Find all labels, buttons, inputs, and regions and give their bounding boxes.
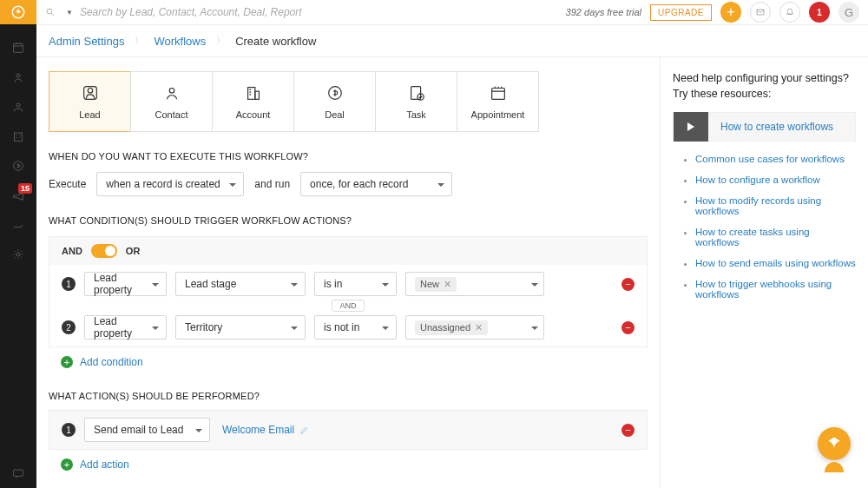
nav-accounts[interactable] <box>0 122 36 151</box>
record-deal[interactable]: Deal <box>293 71 376 132</box>
notification-count[interactable]: 1 <box>809 2 830 23</box>
lead-icon <box>81 83 100 102</box>
help-link[interactable]: How to trigger webhooks using workflows <box>695 279 856 300</box>
mail-icon[interactable] <box>750 2 771 23</box>
add-condition[interactable]: + Add condition <box>49 347 648 377</box>
help-link[interactable]: Common use cases for workflows <box>695 154 856 164</box>
crumb-workflows[interactable]: Workflows <box>154 35 206 48</box>
contact-icon <box>162 83 181 102</box>
help-video-link[interactable]: How to create workflows <box>673 112 856 142</box>
add-action[interactable]: + Add action <box>49 450 648 479</box>
help-link[interactable]: How to modify records using workflows <box>695 195 856 216</box>
nav-settings[interactable] <box>0 240 36 269</box>
condition-row-1: 1 Lead property Lead stage is in New✕ − <box>49 265 647 303</box>
chatbot-button[interactable] <box>818 427 851 472</box>
record-account[interactable]: Account <box>212 71 294 132</box>
avatar[interactable]: G <box>838 2 859 23</box>
svg-point-8 <box>47 9 52 14</box>
cond2-operator-dropdown[interactable]: is not in <box>314 315 397 340</box>
remove-tag-icon[interactable]: ✕ <box>475 322 483 333</box>
breadcrumb: Admin Settings 〉 Workflows 〉 Create work… <box>36 24 868 57</box>
cond1-value-dropdown[interactable]: New✕ <box>405 272 544 296</box>
chevron-right-icon: 〉 <box>216 35 225 47</box>
record-deal-label: Deal <box>325 109 345 120</box>
condition-row-2: 2 Lead property Territory is not in Unas… <box>49 308 647 346</box>
brand-logo[interactable] <box>0 0 36 24</box>
actions-container: 1 Send email to Lead Welcome Email − <box>49 410 648 450</box>
cond1-type-dropdown[interactable]: Lead property <box>84 272 167 296</box>
remove-condition-1[interactable]: − <box>621 278 635 291</box>
record-account-label: Account <box>236 109 271 120</box>
help-link[interactable]: How to create tasks using workflows <box>695 227 856 247</box>
action-number: 1 <box>62 423 76 437</box>
and-label: AND <box>62 246 82 256</box>
account-icon <box>244 83 263 102</box>
nav-deals[interactable] <box>0 151 36 181</box>
cond2-type-dropdown[interactable]: Lead property <box>84 315 167 340</box>
record-contact-label: Contact <box>155 109 188 120</box>
nav-contacts[interactable] <box>0 92 36 122</box>
record-lead[interactable]: Lead <box>49 71 131 132</box>
nav-badge: 15 <box>18 183 32 194</box>
remove-condition-2[interactable]: − <box>621 321 635 334</box>
record-appointment[interactable]: Appointment <box>457 71 539 132</box>
global-search[interactable]: ▼ Search by Lead, Contact, Account, Deal… <box>45 6 302 18</box>
chevron-right-icon: 〉 <box>135 35 143 47</box>
record-type-selector: Lead Contact Account Deal Task Appointme… <box>49 71 648 132</box>
execute-frequency-dropdown[interactable]: once, for each record <box>300 172 452 196</box>
section-actions-heading: WHAT ACTION(S) SHOULD BE PERFORMED? <box>49 391 648 401</box>
record-task[interactable]: Task <box>375 71 457 132</box>
main-content: Lead Contact Account Deal Task Appointme… <box>36 57 660 488</box>
nav-calendar[interactable] <box>0 33 36 63</box>
svg-rect-1 <box>14 43 23 52</box>
play-icon <box>674 112 708 142</box>
bell-icon[interactable] <box>779 2 800 23</box>
add-action-label: Add action <box>80 458 129 471</box>
deal-icon <box>326 83 345 102</box>
svg-point-10 <box>88 89 93 94</box>
or-label: OR <box>126 246 141 256</box>
cond1-field-dropdown[interactable]: Lead stage <box>175 272 306 296</box>
nav-user[interactable] <box>0 63 36 92</box>
help-link[interactable]: How to configure a workflow <box>695 175 856 185</box>
remove-action-1[interactable]: − <box>621 424 635 437</box>
remove-tag-icon[interactable]: ✕ <box>444 279 451 290</box>
help-title: Need help configuring your settings? Try… <box>673 71 856 102</box>
svg-point-6 <box>16 253 20 256</box>
nav-chat[interactable] <box>0 458 36 488</box>
help-video-label: How to create workflows <box>708 121 833 133</box>
svg-point-3 <box>16 103 20 107</box>
crumb-admin-settings[interactable]: Admin Settings <box>49 35 124 48</box>
svg-rect-7 <box>14 470 23 476</box>
svg-point-2 <box>16 74 20 77</box>
condition-number: 2 <box>62 320 76 334</box>
search-dropdown-caret[interactable]: ▼ <box>66 9 73 16</box>
svg-rect-4 <box>14 133 22 141</box>
and-or-toggle[interactable] <box>91 244 117 258</box>
cond2-field-dropdown[interactable]: Territory <box>175 315 306 340</box>
plus-icon: + <box>61 356 73 368</box>
execute-trigger-dropdown[interactable]: when a record is created <box>96 172 244 196</box>
help-link[interactable]: How to send emails using workflows <box>695 258 856 268</box>
pencil-icon <box>299 425 309 435</box>
record-lead-label: Lead <box>79 109 100 120</box>
record-appointment-label: Appointment <box>471 109 525 120</box>
record-contact[interactable]: Contact <box>130 71 213 132</box>
crumb-current: Create workflow <box>235 35 316 48</box>
cond1-operator-dropdown[interactable]: is in <box>314 272 397 296</box>
svg-rect-18 <box>491 89 504 100</box>
section-when-heading: WHEN DO YOU WANT TO EXECUTE THIS WORKFLO… <box>49 151 648 162</box>
svg-rect-9 <box>757 10 764 15</box>
new-button[interactable]: + <box>720 2 741 23</box>
plus-icon: + <box>61 458 73 471</box>
action-type-dropdown[interactable]: Send email to Lead <box>84 418 210 442</box>
cond2-tag: Unassigned✕ <box>415 320 488 335</box>
nav-reports[interactable] <box>0 210 36 240</box>
svg-rect-14 <box>254 91 259 99</box>
email-template-link[interactable]: Welcome Email <box>222 424 309 436</box>
upgrade-button[interactable]: UPGRADE <box>650 4 712 21</box>
action-row-1: 1 Send email to Lead Welcome Email − <box>49 411 647 449</box>
cond2-value-dropdown[interactable]: Unassigned✕ <box>405 315 544 340</box>
nav-campaigns[interactable]: 15 <box>0 181 36 210</box>
help-panel: Need help configuring your settings? Try… <box>660 57 868 488</box>
